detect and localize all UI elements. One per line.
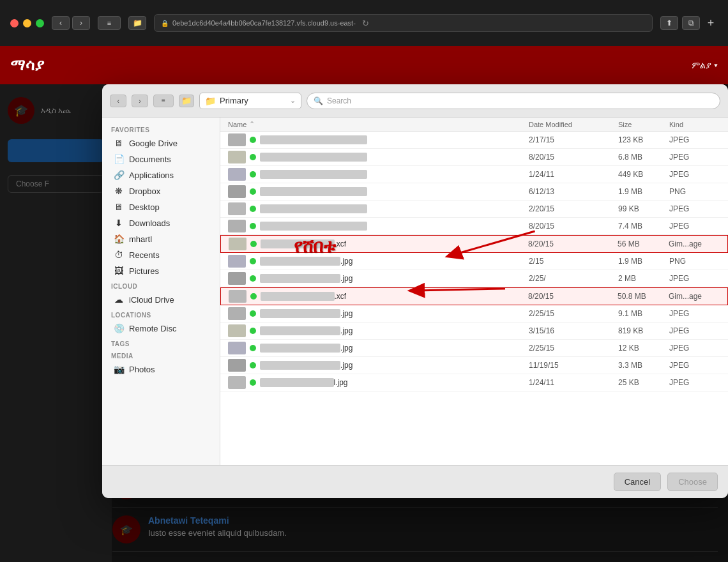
date-column-header[interactable]: Date Modified — [529, 120, 618, 128]
table-row[interactable]: ███████████.xcf8/20/1556 MBGim...age — [220, 235, 728, 253]
name-column-header[interactable]: Name ⌃ — [228, 120, 529, 128]
dialog-location-selector[interactable]: 📁 Primary ⌄ — [199, 93, 301, 109]
sidebar-item-applications[interactable]: 🔗 Applications — [105, 167, 217, 183]
documents-icon: 📄 — [114, 154, 124, 164]
file-thumbnail — [228, 272, 246, 285]
size-column-header[interactable]: Size — [618, 120, 669, 128]
share-button[interactable]: ⬆ — [660, 16, 678, 30]
fullscreen-button[interactable] — [36, 19, 44, 27]
new-tab-button[interactable]: + — [704, 16, 718, 30]
file-date: 2/25/ — [529, 274, 618, 283]
status-dot — [250, 154, 256, 160]
file-date: 8/20/15 — [529, 222, 618, 231]
file-thumbnail — [228, 324, 246, 337]
chevron-down-icon: ⌄ — [290, 96, 296, 105]
file-date: 8/20/15 — [529, 153, 618, 162]
minimize-button[interactable] — [23, 19, 31, 27]
dialog-view-button[interactable]: ≡ — [153, 95, 174, 107]
dialog-forward-button[interactable]: › — [132, 95, 148, 107]
file-size: 12 KB — [618, 344, 669, 353]
sidebar-item-mhartl[interactable]: 🏠 mhartl — [105, 231, 217, 247]
sidebar-item-label: iCloud Drive — [129, 295, 174, 305]
table-row[interactable]: ████████████████2/17/15123 KBJPEG — [220, 132, 728, 149]
table-row[interactable]: ████████████.jpg2/25/1512 KBJPEG — [220, 340, 728, 357]
user-menu[interactable]: ምልያ ▾ — [692, 60, 718, 71]
status-dot — [250, 293, 257, 300]
file-date: 2/25/15 — [529, 344, 618, 353]
forward-button[interactable]: › — [72, 16, 90, 30]
file-name: ████████████.jpg — [260, 361, 353, 370]
file-thumbnail — [228, 307, 246, 320]
file-name: ████████████████ — [260, 187, 367, 196]
menu-button[interactable]: ≡ — [98, 16, 121, 30]
sidebar-item-pictures[interactable]: 🖼 Pictures — [105, 263, 217, 278]
file-size: 819 KB — [618, 326, 669, 335]
sidebar-item-google-drive[interactable]: 🖥 Google Drive — [105, 135, 217, 151]
file-kind: JPEG — [669, 204, 720, 213]
window-button[interactable]: ⧉ — [682, 16, 700, 30]
file-date: 2/17/15 — [529, 135, 618, 144]
sidebar-item-downloads[interactable]: ⬇ Downloads — [105, 215, 217, 231]
downloads-icon: ⬇ — [114, 218, 124, 228]
choose-button[interactable]: Choose — [667, 473, 718, 491]
sidebar-item-photos[interactable]: 📷 Photos — [105, 361, 217, 377]
dialog-body: Favorites 🖥 Google Drive 📄 Documents 🔗 A… — [102, 118, 728, 465]
file-date: 2/20/15 — [529, 204, 618, 213]
table-row[interactable]: ████████████████6/12/131.9 MBPNG — [220, 183, 728, 201]
url-bar[interactable]: 🔒 0ebe1dc6d40e4a4bb06e0ca7fe138127.vfs.c… — [154, 14, 653, 32]
sidebar-item-label: Dropbox — [129, 186, 160, 196]
table-row[interactable]: ████████████.jpg2/25/159.1 MBJPEG — [220, 305, 728, 323]
table-row[interactable]: ████████████.jpg2/25/2 MBJPEG — [220, 270, 728, 287]
file-name: ████████████.jpg — [260, 309, 353, 318]
file-name: ███████████.xcf — [261, 292, 346, 301]
app-header: ማሳያ ምልያ ▾ — [0, 46, 728, 84]
sidebar-item-dropbox[interactable]: ❋ Dropbox — [105, 183, 217, 199]
sidebar-item-label: Applications — [129, 171, 174, 180]
file-thumbnail — [228, 168, 246, 181]
tags-label: Tags — [102, 337, 220, 349]
table-row[interactable]: ████████████.jpg3/15/16819 KBJPEG — [220, 323, 728, 340]
sidebar-item-label: Recents — [129, 250, 160, 260]
file-thumbnail — [228, 151, 246, 163]
applications-icon: 🔗 — [114, 170, 124, 180]
file-kind: PNG — [669, 257, 720, 266]
file-name: ████████████.jpg — [260, 274, 353, 283]
file-thumbnail — [229, 238, 246, 250]
dialog-back-button[interactable]: ‹ — [110, 95, 126, 107]
table-row[interactable]: ████████████████2/20/1599 KBJPEG — [220, 201, 728, 218]
file-rows-container: ████████████████2/17/15123 KBJPEG███████… — [220, 132, 728, 391]
dialog-sidebar: Favorites 🖥 Google Drive 📄 Documents 🔗 A… — [102, 118, 220, 465]
back-button[interactable]: ‹ — [52, 16, 70, 30]
url-text: 0ebe1dc6d40e4a4bb06e0ca7fe138127.vfs.clo… — [172, 19, 356, 27]
status-dot — [250, 345, 256, 351]
sidebar-item-icloud-drive[interactable]: ☁ iCloud Drive — [105, 292, 217, 307]
table-row[interactable]: ████████████████8/20/156.8 MBJPEG — [220, 149, 728, 166]
location-label: Primary — [220, 96, 248, 105]
close-button[interactable] — [10, 19, 19, 27]
table-row[interactable]: ████████████████8/20/157.4 MBJPEG — [220, 218, 728, 235]
file-kind: JPEG — [669, 326, 720, 335]
table-row[interactable]: ███████████l.jpg1/24/1125 KBJPEG — [220, 374, 728, 391]
status-dot — [250, 310, 256, 317]
media-label: Media — [102, 349, 220, 361]
new-folder-button[interactable]: 📁 — [128, 16, 146, 30]
file-size: 99 KB — [618, 204, 669, 213]
table-row[interactable]: ████████████████1/24/11449 KBJPEG — [220, 166, 728, 183]
dialog-search-field[interactable]: 🔍 Search — [307, 93, 720, 109]
status-dot — [250, 188, 256, 195]
cancel-button[interactable]: Cancel — [614, 473, 661, 491]
sidebar-item-documents[interactable]: 📄 Documents — [105, 151, 217, 167]
dialog-new-folder-button[interactable]: 📁 — [179, 95, 194, 107]
sidebar-item-recents[interactable]: ⏱ Recents — [105, 247, 217, 262]
sidebar-item-desktop[interactable]: 🖥 Desktop — [105, 199, 217, 215]
file-size: 6.8 MB — [618, 153, 669, 162]
reload-icon[interactable]: ↻ — [362, 19, 369, 28]
kind-column-header[interactable]: Kind — [669, 120, 720, 128]
file-size: 449 KB — [618, 170, 669, 179]
table-row[interactable]: ████████████.jpg2/151.9 MBPNG — [220, 253, 728, 270]
table-row[interactable]: ████████████.jpg11/19/153.3 MBJPEG — [220, 357, 728, 374]
sidebar-item-label: Documents — [129, 155, 171, 164]
table-row[interactable]: ███████████.xcf8/20/1550.8 MBGim...age — [220, 287, 728, 305]
locations-label: Locations — [102, 308, 220, 320]
sidebar-item-remote-disc[interactable]: 💿 Remote Disc — [105, 321, 217, 336]
